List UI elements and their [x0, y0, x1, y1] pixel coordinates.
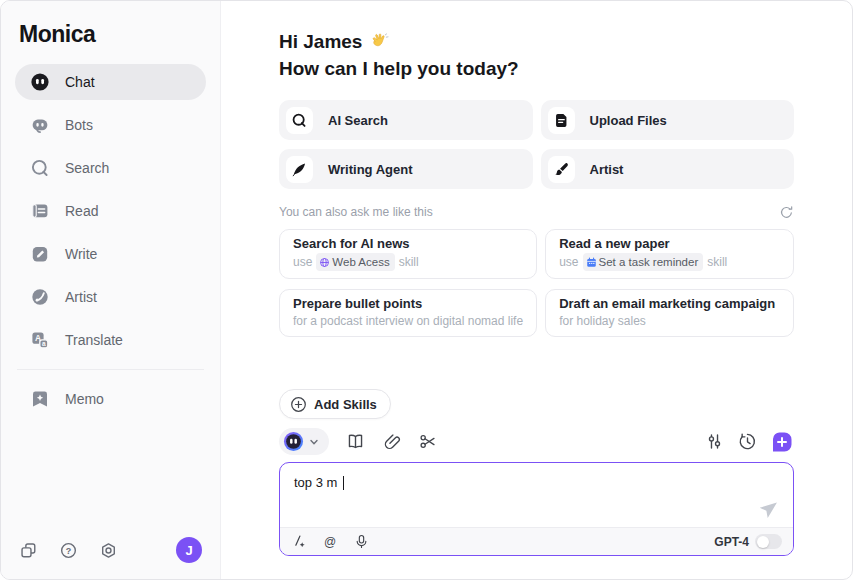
suggestion-subtitle: for holiday sales [559, 313, 646, 329]
suggestion-use-prefix: use [559, 254, 578, 270]
composer-toolbar [279, 428, 794, 455]
sidebar-item-label: Chat [65, 74, 95, 90]
sidebar-item-label: Write [65, 246, 97, 262]
sidebar-bottom-bar: ? J [15, 537, 206, 563]
message-input-value: top 3 m [294, 475, 337, 490]
sidebar: Monica Chat Bots Search Read [1, 1, 221, 579]
app-logo: Monica [15, 15, 206, 64]
scissors-icon[interactable] [417, 432, 437, 452]
model-toggle-group: GPT-4 [714, 534, 782, 549]
suggestion-draft-email-campaign[interactable]: Draft an email marketing campaign for ho… [545, 289, 794, 337]
quick-action-ai-search[interactable]: AI Search [279, 100, 533, 140]
model-label: GPT-4 [714, 535, 749, 549]
skill-pill-label: Web Acess [332, 254, 389, 270]
main-panel: Hi James How can I help you today? AI Se… [221, 1, 852, 579]
new-chat-plus-button[interactable] [770, 430, 794, 454]
assistant-selector[interactable] [279, 428, 329, 455]
send-button[interactable] [759, 497, 781, 519]
toggle-knob [757, 536, 769, 548]
sidebar-item-bots[interactable]: Bots [15, 107, 206, 143]
toolbar-right-group [704, 430, 794, 454]
search-icon [30, 158, 50, 178]
sidebar-item-memo[interactable]: Memo [15, 381, 206, 417]
suggestion-title: Draft an email marketing campaign [559, 295, 780, 313]
suggestion-read-new-paper[interactable]: Read a new paper use Set a task reminder… [545, 229, 794, 279]
greeting: Hi James How can I help you today? [279, 28, 794, 82]
sidebar-item-label: Translate [65, 332, 123, 348]
bots-icon [30, 115, 50, 135]
slash-command-icon[interactable] [291, 534, 307, 550]
sidebar-item-artist[interactable]: Artist [15, 279, 206, 315]
sidebar-item-translate[interactable]: Aa Translate [15, 322, 206, 358]
attachment-paperclip-icon[interactable] [381, 432, 401, 452]
quill-icon [286, 156, 313, 183]
history-clock-icon[interactable] [737, 432, 757, 452]
devices-icon[interactable] [19, 541, 38, 560]
suggestion-search-ai-news[interactable]: Search for AI news use Web Acess skill [279, 229, 537, 279]
mention-at-icon[interactable]: @ [322, 534, 338, 550]
suggestions-hint: You can also ask me like this [279, 205, 433, 219]
greeting-line2: How can I help you today? [279, 55, 794, 82]
refresh-icon[interactable] [778, 204, 794, 220]
quick-action-label: Upload Files [590, 113, 667, 128]
document-icon [548, 107, 575, 134]
suggestion-use-prefix: use [293, 254, 312, 270]
artist-brush-icon [30, 287, 50, 307]
paintbrush-icon [548, 156, 575, 183]
app-window: Monica Chat Bots Search Read [0, 0, 853, 580]
quick-action-label: AI Search [328, 113, 388, 128]
wave-emoji [369, 32, 389, 52]
sidebar-item-label: Bots [65, 117, 93, 133]
chat-face-icon [30, 72, 50, 92]
sidebar-item-write[interactable]: Write [15, 236, 206, 272]
text-caret [343, 476, 344, 490]
user-avatar[interactable]: J [176, 537, 202, 563]
quick-actions: AI Search Upload Files Writing Agent Art… [279, 100, 794, 189]
help-icon[interactable]: ? [59, 541, 78, 560]
quick-action-writing-agent[interactable]: Writing Agent [279, 149, 533, 189]
sidebar-item-label: Search [65, 160, 109, 176]
sidebar-item-label: Artist [65, 289, 97, 305]
prompt-library-book-icon[interactable] [345, 432, 365, 452]
chevron-down-icon [308, 436, 320, 448]
microphone-icon[interactable] [353, 534, 369, 550]
quick-action-artist[interactable]: Artist [541, 149, 795, 189]
skill-pill-label: Set a task reminder [599, 254, 699, 270]
quick-action-label: Artist [590, 162, 624, 177]
message-input-box: top 3 m @ GPT-4 [279, 462, 794, 556]
memo-bookmark-icon [30, 389, 50, 409]
suggestion-use-suffix: skill [399, 254, 419, 270]
sidebar-item-read[interactable]: Read [15, 193, 206, 229]
svg-text:a: a [42, 340, 46, 347]
add-skills-button[interactable]: Add Skills [279, 389, 391, 419]
sidebar-item-search[interactable]: Search [15, 150, 206, 186]
settings-gear-icon[interactable] [99, 541, 118, 560]
monica-face-icon [283, 431, 304, 452]
sidebar-item-chat[interactable]: Chat [15, 64, 206, 100]
quick-action-upload-files[interactable]: Upload Files [541, 100, 795, 140]
suggestion-title: Prepare bullet points [293, 295, 523, 313]
quick-action-label: Writing Agent [328, 162, 413, 177]
suggestion-title: Read a new paper [559, 235, 780, 253]
model-toggle[interactable] [755, 534, 782, 549]
message-input[interactable]: top 3 m [280, 463, 793, 527]
settings-sliders-icon[interactable] [704, 432, 724, 452]
write-pencil-icon [30, 244, 50, 264]
translate-icon: Aa [30, 330, 50, 350]
skill-pill-task-reminder: Set a task reminder [583, 253, 704, 271]
suggestions-hint-row: You can also ask me like this [279, 204, 794, 220]
read-book-icon [30, 201, 50, 221]
suggestion-prepare-bullet-points[interactable]: Prepare bullet points for a podcast inte… [279, 289, 537, 337]
svg-text:?: ? [66, 545, 72, 555]
greeting-line1: Hi James [279, 28, 362, 55]
suggestion-use-suffix: skill [707, 254, 727, 270]
suggestion-title: Search for AI news [293, 235, 523, 253]
suggestion-cards: Search for AI news use Web Acess skill R… [279, 229, 794, 337]
input-footer-bar: @ GPT-4 [280, 527, 793, 555]
calendar-icon [586, 257, 597, 268]
add-skills-label: Add Skills [314, 397, 377, 412]
plus-circle-icon [290, 396, 307, 413]
search-icon [286, 107, 313, 134]
globe-icon [319, 257, 330, 268]
svg-text:@: @ [324, 534, 336, 548]
